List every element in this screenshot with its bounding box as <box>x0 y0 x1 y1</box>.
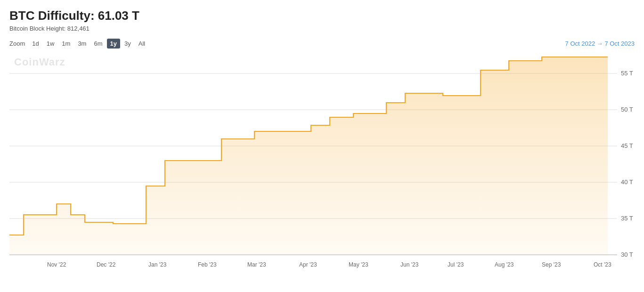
y-label-50t: 50 T <box>621 106 633 113</box>
x-label-jul23: Jul '23 <box>448 261 464 268</box>
chart-area: CoinWarz <box>9 52 635 274</box>
zoom-1y-button[interactable]: 1y <box>107 39 120 49</box>
date-range: 7 Oct 2022 → 7 Oct 2023 <box>565 40 635 47</box>
zoom-label: Zoom <box>9 40 25 47</box>
zoom-controls: Zoom 1d 1w 1m 3m 6m 1y 3y All <box>9 39 148 49</box>
x-label-oct23: Oct '23 <box>594 261 611 268</box>
difficulty-chart: 55 T 50 T 45 T 40 T 35 T 30 T Nov '22 De… <box>9 52 635 274</box>
x-label-may23: May '23 <box>349 261 368 268</box>
y-label-45t: 45 T <box>621 142 633 149</box>
zoom-all-button[interactable]: All <box>135 39 148 49</box>
y-label-35t: 35 T <box>621 215 633 222</box>
main-container: BTC Difficulty: 61.03 T Bitcoin Block He… <box>0 0 644 292</box>
x-label-dec22: Dec '22 <box>97 261 116 268</box>
toolbar: Zoom 1d 1w 1m 3m 6m 1y 3y All 7 Oct 2022… <box>9 39 635 49</box>
x-label-apr23: Apr '23 <box>299 261 317 268</box>
x-label-feb23: Feb '23 <box>198 261 217 268</box>
zoom-6m-button[interactable]: 6m <box>90 39 106 49</box>
page-title: BTC Difficulty: 61.03 T <box>9 8 635 23</box>
block-height: Bitcoin Block Height: 812,461 <box>9 25 635 32</box>
y-label-55t: 55 T <box>621 70 633 77</box>
zoom-1d-button[interactable]: 1d <box>29 39 42 49</box>
x-label-aug23: Aug '23 <box>495 261 514 268</box>
y-label-40t: 40 T <box>621 178 633 186</box>
y-label-30t: 30 T <box>621 251 633 258</box>
x-label-mar23: Mar '23 <box>247 261 266 268</box>
x-label-nov22: Nov '22 <box>47 261 66 268</box>
zoom-1w-button[interactable]: 1w <box>43 39 58 49</box>
zoom-1m-button[interactable]: 1m <box>58 39 73 49</box>
x-label-jun23: Jun '23 <box>400 261 419 268</box>
x-label-jan23: Jan '23 <box>148 261 167 268</box>
zoom-3y-button[interactable]: 3y <box>121 39 134 49</box>
zoom-3m-button[interactable]: 3m <box>74 39 90 49</box>
x-label-sep23: Sep '23 <box>542 261 561 268</box>
